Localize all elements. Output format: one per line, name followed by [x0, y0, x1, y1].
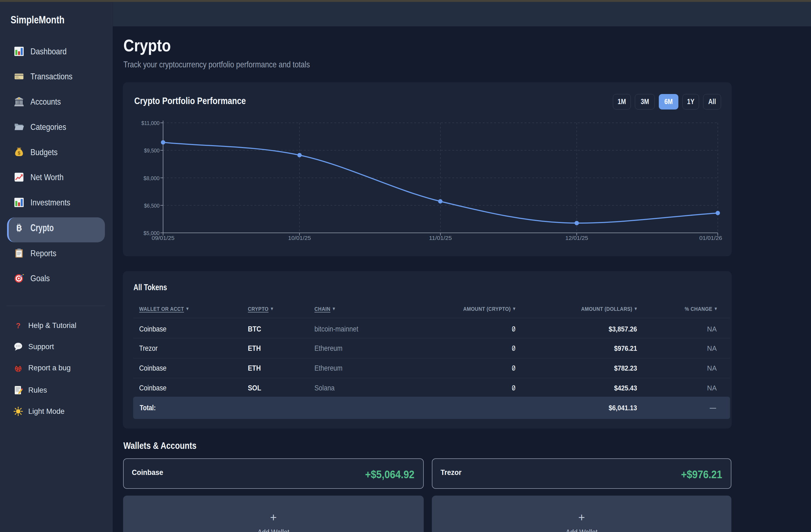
svg-text:?: ? — [16, 322, 21, 330]
svg-text:$11,000: $11,000 — [141, 120, 159, 126]
svg-text:01/01/26: 01/01/26 — [699, 235, 722, 241]
svg-text:B: B — [16, 224, 22, 232]
svg-text:$9,500: $9,500 — [144, 147, 159, 154]
svg-text:09/01/25: 09/01/25 — [152, 235, 174, 241]
svg-text:11/01/25: 11/01/25 — [429, 235, 452, 241]
svg-text:10/01/25: 10/01/25 — [288, 235, 311, 241]
svg-text:$8,000: $8,000 — [143, 175, 159, 181]
svg-text:12/01/25: 12/01/25 — [565, 235, 588, 241]
svg-text:$6,500: $6,500 — [144, 203, 159, 209]
svg-text:$: $ — [18, 151, 20, 156]
